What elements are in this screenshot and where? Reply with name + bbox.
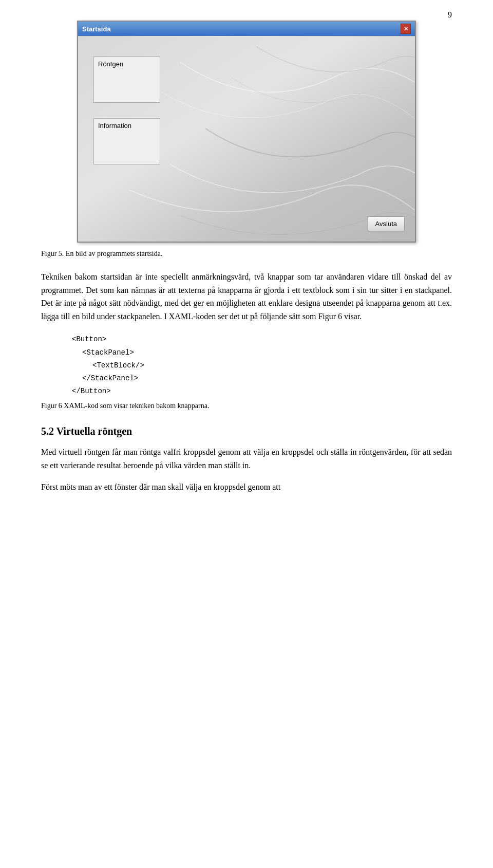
avsluta-button-label: Avsluta	[375, 220, 397, 228]
window-content: Röntgen Information Avsluta	[78, 36, 415, 242]
section-heading-5-2: 5.2 Virtuella röntgen	[41, 426, 452, 437]
window-frame: Startsida ✕	[77, 21, 416, 243]
window-titlebar: Startsida ✕	[78, 22, 415, 36]
section-paragraph-1: Med virtuell röntgen får man röntga valf…	[41, 446, 452, 472]
avsluta-button[interactable]: Avsluta	[368, 216, 405, 231]
code-line-3: <TextBlock/>	[92, 359, 452, 372]
information-button-label: Information	[98, 122, 131, 130]
page-number: 9	[448, 10, 452, 20]
code-line-4: </StackPanel>	[82, 372, 452, 385]
code-line-2: <StackPanel>	[82, 346, 452, 359]
body-paragraph-1: Tekniken bakom startsidan är inte specie…	[41, 270, 452, 323]
section-number: 5.2	[41, 426, 54, 437]
code-line-1: <Button>	[72, 333, 452, 346]
code-line-5: </Button>	[72, 385, 452, 398]
figure6-caption: Figur 6 XAML-kod som visar tekniken bako…	[41, 402, 452, 410]
window-title: Startsida	[82, 25, 111, 33]
screenshot-wrapper: Startsida ✕	[41, 21, 452, 243]
section-paragraph-2: Först möts man av ett fönster där man sk…	[41, 481, 452, 494]
section-title: Virtuella röntgen	[56, 426, 132, 437]
figure5-caption: Figur 5. En bild av programmets startsid…	[41, 250, 452, 258]
rontgen-button-label: Röntgen	[98, 60, 123, 68]
code-block: <Button> <StackPanel> <TextBlock/> </Sta…	[72, 333, 452, 398]
window-close-button[interactable]: ✕	[401, 24, 411, 34]
page-container: 9 Startsida ✕	[0, 0, 493, 868]
information-button[interactable]: Information	[93, 118, 160, 164]
rontgen-button[interactable]: Röntgen	[93, 57, 160, 103]
